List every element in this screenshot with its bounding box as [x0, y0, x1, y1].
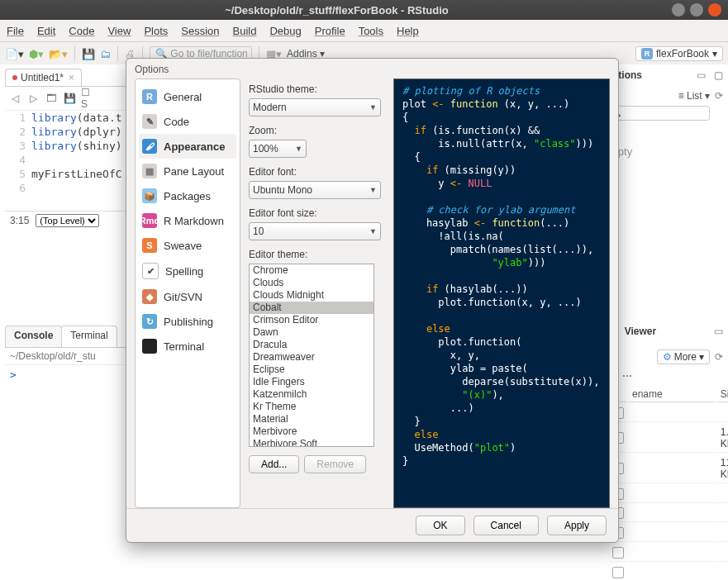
refresh-files-icon[interactable]: ⟳ — [715, 351, 723, 363]
window-close[interactable] — [708, 3, 721, 17]
tab-terminal[interactable]: Terminal — [61, 326, 117, 347]
breadcrumb-ellipsis[interactable]: ⋯ — [622, 370, 632, 382]
scope-selector[interactable]: (Top Level) — [36, 214, 99, 227]
add-theme-button[interactable]: Add... — [249, 455, 299, 473]
font-select[interactable]: Ubuntu Mono▼ — [249, 181, 381, 199]
fwd-icon[interactable]: ▷ — [26, 92, 40, 105]
col-size[interactable]: Size — [717, 387, 728, 402]
file-row[interactable] — [609, 563, 728, 580]
menu-help[interactable]: Help — [397, 25, 419, 37]
theme-option-katzenmilch[interactable]: Katzenmilch — [250, 388, 374, 401]
cat-terminal[interactable]: Terminal — [139, 334, 236, 359]
file-row[interactable] — [609, 485, 728, 503]
menu-debug[interactable]: Debug — [269, 25, 301, 37]
cat-publishing[interactable]: ↻Publishing — [139, 309, 236, 334]
refresh-icon[interactable]: ⟳ — [715, 90, 723, 102]
spelling-icon: ✔ — [142, 263, 159, 279]
window-minimize[interactable] — [672, 3, 685, 17]
zoom-select[interactable]: 100%▼ — [249, 140, 307, 158]
pane-min-icon2[interactable]: ▭ — [714, 326, 723, 347]
terminal-icon — [142, 339, 157, 354]
code-editor[interactable]: 1library(data.t 2library(dplyr) 3library… — [5, 111, 123, 195]
size-select[interactable]: 10▼ — [249, 222, 381, 240]
files-pane: lp Viewer ▭ ⚙More ▾ ⟳ R ⋯ enameSize 1.1 … — [607, 326, 723, 575]
rstudio-theme-select[interactable]: Modern▼ — [249, 98, 381, 116]
rmd-icon: Rmd — [142, 213, 157, 228]
menu-profile[interactable]: Profile — [315, 25, 345, 37]
theme-option-crimson-editor[interactable]: Crimson Editor — [250, 314, 374, 326]
menu-plots[interactable]: Plots — [144, 25, 168, 37]
file-row[interactable]: 1.1 KB — [609, 424, 728, 453]
pane-min-icon[interactable]: ▭ — [697, 69, 706, 81]
sweave-icon: S — [142, 238, 157, 253]
cancel-button[interactable]: Cancel — [473, 516, 539, 535]
editor-theme-list[interactable]: ChromeCloudsClouds MidnightCobaltCrimson… — [249, 264, 374, 447]
remove-theme-button[interactable]: Remove — [304, 455, 366, 473]
col-name[interactable]: ename — [629, 387, 716, 402]
save-source-icon[interactable]: 💾 — [63, 92, 76, 105]
cat-spelling[interactable]: ✔Spelling — [139, 258, 236, 284]
cat-appearance[interactable]: 🖌Appearance — [139, 134, 236, 159]
menu-session[interactable]: Session — [181, 25, 219, 37]
cat-general[interactable]: RGeneral — [139, 84, 236, 109]
cat-sweave[interactable]: SSweave — [139, 233, 236, 258]
theme-option-merbivore-soft[interactable]: Merbivore Soft — [250, 438, 374, 447]
menu-view[interactable]: View — [107, 25, 131, 37]
env-search[interactable] — [607, 106, 710, 121]
file-row[interactable] — [609, 524, 728, 542]
cat-code[interactable]: ✎Code — [139, 109, 236, 134]
theme-option-chrome[interactable]: Chrome — [250, 264, 374, 277]
close-tab-icon[interactable]: × — [69, 72, 74, 83]
file-row[interactable] — [609, 404, 728, 422]
tab-console[interactable]: Console — [5, 326, 62, 347]
cat-rmarkdown[interactable]: RmdR Markdown — [139, 208, 236, 233]
show-doc-icon[interactable]: 🗔 — [45, 92, 58, 105]
ok-button[interactable]: OK — [416, 516, 464, 535]
theme-option-eclipse[interactable]: Eclipse — [250, 364, 374, 376]
cat-git-svn[interactable]: ◆Git/SVN — [139, 284, 236, 309]
list-view-toggle[interactable]: ≡ List ▾ — [678, 90, 710, 102]
theme-option-clouds-midnight[interactable]: Clouds Midnight — [250, 289, 374, 302]
theme-option-cobalt[interactable]: Cobalt — [250, 302, 374, 314]
source-on-save-icon[interactable]: ☐ S — [81, 92, 94, 105]
menu-edit[interactable]: Edit — [37, 25, 55, 37]
file-row[interactable]: 11.7 KB — [609, 454, 728, 483]
new-file-icon[interactable]: 📄▾ — [5, 48, 24, 60]
menu-tools[interactable]: Tools — [359, 25, 383, 37]
theme-option-kr-theme[interactable]: Kr Theme — [250, 401, 374, 413]
theme-option-dawn[interactable]: Dawn — [250, 326, 374, 339]
env-empty: mpty — [607, 121, 723, 158]
theme-option-clouds[interactable]: Clouds — [250, 277, 374, 289]
tab-viewer[interactable]: Viewer — [625, 326, 656, 347]
theme-option-material[interactable]: Material — [250, 413, 374, 425]
unsaved-dot-icon — [12, 75, 17, 80]
project-selector[interactable]: R flexForBook ▾ — [635, 46, 723, 61]
source-tab-untitled1[interactable]: Untitled1* × — [5, 69, 82, 86]
pane-max-icon[interactable]: ▢ — [714, 69, 723, 81]
open-file-icon[interactable]: 📂▾ — [49, 48, 68, 60]
save-all-icon[interactable]: 🗂 — [100, 48, 111, 60]
font-label: Editor font: — [249, 166, 385, 178]
cat-pane-layout[interactable]: ▦Pane Layout — [139, 159, 236, 183]
apply-button[interactable]: Apply — [547, 516, 607, 535]
menu-file[interactable]: File — [7, 25, 24, 37]
appearance-settings: RStudio theme: Modern▼ Zoom: 100%▼ Edito… — [249, 78, 385, 508]
file-row[interactable] — [609, 544, 728, 562]
window-title: ~/Desktop/old/r_stuff/flexForBook - RStu… — [7, 4, 667, 17]
theme-option-dracula[interactable]: Dracula — [250, 339, 374, 351]
cat-packages[interactable]: 📦Packages — [139, 183, 236, 208]
theme-option-idle-fingers[interactable]: Idle Fingers — [250, 376, 374, 388]
file-table: enameSize 1.1 KB 11.7 KB 📄 examples.desk… — [607, 385, 728, 580]
options-dialog: Options RGeneral ✎Code 🖌Appearance ▦Pane… — [126, 58, 619, 543]
theme-option-merbivore[interactable]: Merbivore — [250, 425, 374, 438]
titlebar: ~/Desktop/old/r_stuff/flexForBook - RStu… — [0, 0, 728, 20]
new-project-icon[interactable]: ⬢▾ — [29, 48, 44, 60]
window-maximize[interactable] — [690, 3, 703, 17]
back-icon[interactable]: ◁ — [8, 92, 21, 105]
menu-build[interactable]: Build — [233, 25, 257, 37]
more-menu[interactable]: ⚙More ▾ — [657, 349, 710, 364]
save-icon[interactable]: 💾 — [82, 48, 95, 60]
file-row[interactable] — [609, 505, 728, 523]
theme-option-dreamweaver[interactable]: Dreamweaver — [250, 351, 374, 364]
menu-code[interactable]: Code — [69, 25, 94, 37]
